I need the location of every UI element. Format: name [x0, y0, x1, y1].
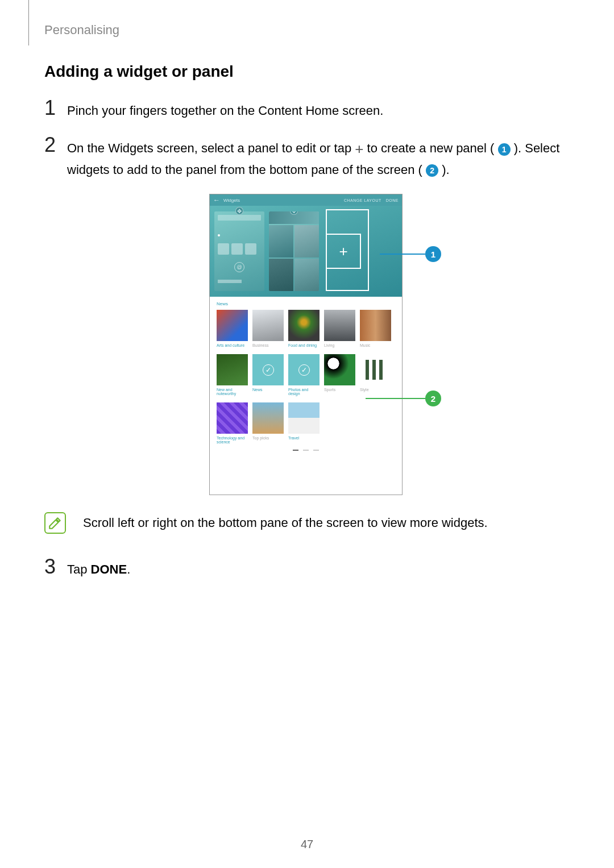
- widget-item: Living: [324, 310, 355, 347]
- widget-item: Sports: [324, 354, 355, 396]
- widget-thumb: [324, 310, 355, 341]
- step-2-suffix: ).: [442, 163, 449, 177]
- widget-row-2: New and noteworthy✓News✓Photos and desig…: [217, 354, 395, 396]
- widget-label: Travel: [288, 436, 320, 440]
- widget-thumb: [252, 310, 284, 341]
- widget-label: Photos and design: [288, 388, 320, 396]
- page-dots: [210, 446, 402, 454]
- move-icon: ✥: [235, 207, 243, 215]
- widget-item: Style: [360, 354, 391, 396]
- widget-label: Music: [360, 343, 391, 347]
- step-1-number: 1: [44, 98, 67, 118]
- step-3-number: 3: [44, 556, 67, 577]
- widget-thumb: [360, 310, 391, 341]
- step-1: 1 Pinch your fingers together on the Con…: [44, 98, 567, 120]
- note: Scroll left or right on the bottom pane …: [44, 512, 567, 534]
- widgets-area: News Arts and cultureBusinessFood and di…: [210, 297, 402, 446]
- widget-item: Technology and science: [217, 402, 248, 444]
- step-2-number: 2: [44, 135, 67, 155]
- header-label: Personalising: [44, 23, 119, 38]
- widgets-section-title: News: [217, 301, 395, 306]
- step-2-text: On the Widgets screen, select a panel to…: [67, 135, 567, 179]
- section-title: Adding a widget or panel: [44, 63, 567, 81]
- step-1-text: Pinch your fingers together on the Conte…: [67, 98, 383, 120]
- widget-label: Living: [324, 343, 355, 347]
- topbar-title: Widgets: [223, 198, 240, 203]
- panel-card-2: ✥: [269, 211, 319, 291]
- step-2-prefix: On the Widgets screen, select a panel to…: [67, 141, 355, 155]
- panel-card-1: ✥ @: [214, 211, 264, 291]
- check-icon: ✓: [298, 364, 310, 376]
- callout-2: 2: [366, 391, 441, 406]
- widget-label: New and noteworthy: [217, 388, 248, 396]
- callout-1-bubble: 1: [425, 246, 441, 262]
- widget-label: Arts and culture: [217, 343, 248, 347]
- widget-item: Food and dining: [288, 310, 320, 347]
- widget-label: News: [252, 388, 284, 392]
- widget-thumb: [252, 402, 284, 434]
- widget-label: Sports: [324, 388, 355, 392]
- widget-thumb: [217, 354, 248, 385]
- done-label: DONE: [386, 198, 399, 202]
- back-arrow-icon: ←: [213, 196, 220, 204]
- page-number: 47: [301, 838, 313, 851]
- widget-item: Travel: [288, 402, 320, 444]
- widget-row-1: Arts and cultureBusinessFood and diningL…: [217, 310, 395, 347]
- note-icon: [44, 512, 66, 534]
- circle-ref-1: 1: [498, 143, 511, 156]
- callout-2-bubble: 2: [425, 391, 441, 406]
- widget-item: Music: [360, 310, 391, 347]
- content-area: Adding a widget or panel 1 Pinch your fi…: [44, 63, 567, 593]
- widget-item: ✓News: [252, 354, 284, 396]
- widget-label: Food and dining: [288, 343, 320, 347]
- plus-icon: +: [355, 138, 363, 160]
- widget-thumb: ✓: [288, 354, 320, 385]
- add-panel-tile: +: [326, 234, 361, 269]
- step-2: 2 On the Widgets screen, select a panel …: [44, 135, 567, 179]
- widget-label: Technology and science: [217, 436, 248, 444]
- widget-item: Arts and culture: [217, 310, 248, 347]
- step-3-text: Tap DONE.: [67, 556, 130, 579]
- widget-thumb: [360, 354, 391, 385]
- widget-thumb: [324, 354, 355, 385]
- widget-thumb: ✓: [252, 354, 284, 385]
- step-3-bold: DONE: [91, 562, 127, 576]
- widget-item: Top picks: [252, 402, 284, 444]
- panels-row: ✥ @ ✥ +: [210, 206, 402, 297]
- widget-row-3: Technology and scienceTop picksTravel: [217, 402, 395, 444]
- step-3-prefix: Tap: [67, 562, 91, 576]
- screenshot-wrap: ← Widgets CHANGE LAYOUT DONE ✥ @: [44, 194, 567, 495]
- left-border: [28, 0, 29, 45]
- widget-item: ✓Photos and design: [288, 354, 320, 396]
- circle-ref-2: 2: [426, 164, 438, 177]
- widget-thumb: [288, 310, 320, 341]
- widget-label: Top picks: [252, 436, 284, 440]
- step-3-suffix: .: [127, 562, 130, 576]
- ss-topbar: ← Widgets CHANGE LAYOUT DONE: [210, 194, 402, 206]
- widget-item: New and noteworthy: [217, 354, 248, 396]
- widget-thumb: [217, 402, 248, 434]
- embedded-screenshot: ← Widgets CHANGE LAYOUT DONE ✥ @: [209, 194, 403, 495]
- check-icon: ✓: [263, 364, 274, 376]
- widget-label: Business: [252, 343, 284, 347]
- widget-thumb: [288, 402, 320, 434]
- widget-item: Business: [252, 310, 284, 347]
- note-text: Scroll left or right on the bottom pane …: [83, 516, 488, 530]
- step-2-mid: to create a new panel (: [367, 141, 495, 155]
- callout-1: 1: [380, 246, 441, 262]
- step-3: 3 Tap DONE.: [44, 556, 567, 579]
- widget-thumb: [217, 310, 248, 341]
- change-layout-label: CHANGE LAYOUT: [344, 198, 381, 202]
